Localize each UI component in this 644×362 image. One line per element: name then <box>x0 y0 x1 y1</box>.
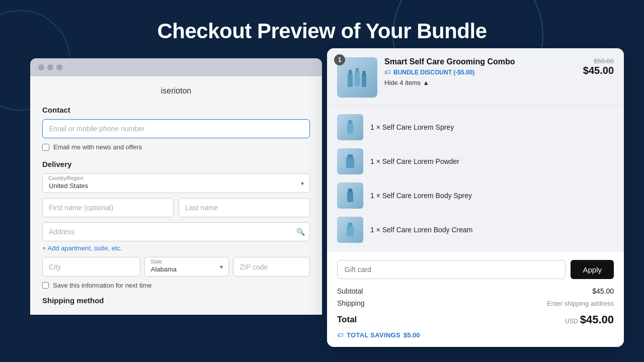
bundle-info: Smart Self Care Grooming Combo 🏷 BUNDLE … <box>384 57 576 86</box>
name-row <box>42 198 310 217</box>
gift-card-input[interactable] <box>337 260 566 279</box>
svg-rect-12 <box>347 225 354 236</box>
items-list: 1 × Self Care Lorem Sprey 1 × Self Care … <box>327 105 624 252</box>
city-state-zip-row: State Alabama ▾ <box>42 257 310 277</box>
svg-rect-9 <box>348 154 353 158</box>
savings-tag-icon: 🏷 <box>337 331 344 339</box>
state-wrapper: State Alabama ▾ <box>144 257 229 277</box>
browser-dot-yellow <box>47 64 53 70</box>
original-price: $50.00 <box>583 57 614 65</box>
save-info-checkbox[interactable] <box>42 282 49 289</box>
chevron-up-icon: ▲ <box>423 79 429 86</box>
store-name: iserioton <box>42 86 310 96</box>
table-row: 1 × Self Care Lorem Sprey <box>337 110 614 144</box>
bundle-header: 1 Smart Self Care Grooming Combo 🏷 BUNDL… <box>327 48 624 105</box>
content-area: iserioton Contact Email me with news and… <box>0 58 644 315</box>
bundle-discount-text: BUNDLE DISCOUNT (-$5.00) <box>393 69 474 76</box>
final-price: $45.00 <box>583 65 614 76</box>
address-search-icon: 🔍 <box>296 228 305 236</box>
save-info-row: Save this information for next time <box>42 282 310 289</box>
address-wrapper: 🔍 <box>42 222 310 241</box>
state-select[interactable]: Alabama <box>144 257 229 277</box>
subtotal-label: Subtotal <box>337 287 363 295</box>
city-input[interactable] <box>42 257 140 277</box>
svg-rect-10 <box>347 191 353 202</box>
bundle-price-col: $50.00 $45.00 <box>583 57 614 76</box>
newsletter-row: Email me with news and offers <box>42 143 310 151</box>
item-3-name: 1 × Self Care Lorem Body Sprey <box>370 192 472 200</box>
browser-dot-red <box>38 64 44 70</box>
total-currency: USD <box>565 318 578 325</box>
newsletter-checkbox[interactable] <box>42 144 49 151</box>
svg-rect-8 <box>346 157 354 168</box>
last-name-input[interactable] <box>179 198 310 217</box>
savings-label: TOTAL SAVINGS <box>347 331 400 339</box>
table-row: 1 × Self Care Loren Body Cream <box>337 213 614 247</box>
delivery-section-label: Delivery <box>42 160 310 168</box>
item-4-name: 1 × Self Care Loren Body Cream <box>370 226 473 234</box>
subtotal-row: Subtotal $45.00 <box>337 287 614 295</box>
item-2-image <box>337 148 363 174</box>
svg-rect-1 <box>349 70 352 74</box>
email-input[interactable] <box>42 119 310 138</box>
svg-rect-11 <box>348 189 352 192</box>
shipping-label: Shipping <box>337 299 365 307</box>
item-1-name: 1 × Self Care Lorem Sprey <box>370 123 454 131</box>
hide-items-label: Hide 4 items <box>384 79 421 86</box>
total-value-group: USD $45.00 <box>565 313 614 326</box>
svg-rect-5 <box>363 71 366 75</box>
first-name-input[interactable] <box>42 198 174 217</box>
bottom-panel: Apply Subtotal $45.00 Shipping Enter shi… <box>327 252 624 347</box>
item-1-icon <box>341 118 360 137</box>
country-wrapper: Country/Region United States ▾ <box>42 173 310 193</box>
hide-items-toggle[interactable]: Hide 4 items ▲ <box>384 79 429 86</box>
order-panel: 1 Smart Self Care Grooming Combo 🏷 BUNDL… <box>327 48 624 347</box>
svg-rect-3 <box>356 68 359 72</box>
total-amount: $45.00 <box>580 313 614 326</box>
svg-rect-6 <box>347 123 353 134</box>
country-label: Country/Region <box>48 175 83 181</box>
savings-amount: $5.00 <box>404 331 420 339</box>
contact-section-label: Contact <box>42 106 310 114</box>
item-3-image <box>337 183 363 209</box>
savings-row: 🏷 TOTAL SAVINGS $5.00 <box>337 331 614 339</box>
shipping-value: Enter shipping address <box>547 300 614 307</box>
browser-dot-green <box>56 64 62 70</box>
item-2-name: 1 × Self Care Lorem Powder <box>370 157 459 165</box>
shipping-method-label: Shipping method <box>42 296 310 305</box>
table-row: 1 × Self Care Lorem Powder <box>337 144 614 178</box>
table-row: 1 × Self Care Lorem Body Sprey <box>337 178 614 213</box>
apply-button[interactable]: Apply <box>571 260 614 279</box>
total-label: Total <box>337 315 357 325</box>
browser-bar <box>30 58 322 76</box>
svg-rect-2 <box>355 71 360 86</box>
item-1-image <box>337 114 363 140</box>
svg-rect-7 <box>348 120 352 124</box>
svg-rect-4 <box>362 74 366 87</box>
item-4-icon <box>341 220 360 239</box>
bundle-name: Smart Self Care Grooming Combo <box>384 57 576 66</box>
item-4-image <box>337 217 363 243</box>
bundle-discount-row: 🏷 BUNDLE DISCOUNT (-$5.00) <box>384 68 576 76</box>
address-input[interactable] <box>42 222 310 241</box>
svg-rect-13 <box>348 223 352 226</box>
shipping-row: Shipping Enter shipping address <box>337 299 614 307</box>
subtotal-value: $45.00 <box>592 287 614 295</box>
discount-tag-icon: 🏷 <box>384 68 391 76</box>
zip-input[interactable] <box>233 257 310 277</box>
browser-content: iserioton Contact Email me with news and… <box>30 76 322 315</box>
newsletter-label: Email me with news and offers <box>53 143 142 151</box>
bundle-top-row: 1 Smart Self Care Grooming Combo 🏷 BUNDL… <box>337 57 614 98</box>
bundle-image-wrapper: 1 <box>337 57 377 98</box>
browser-mockup: iserioton Contact Email me with news and… <box>30 58 322 315</box>
save-info-label: Save this information for next time <box>53 282 152 289</box>
bundle-badge: 1 <box>334 54 345 65</box>
add-apt-link[interactable]: + Add apartment, suite, etc. <box>42 244 122 252</box>
item-3-icon <box>341 186 360 205</box>
bundle-product-icon <box>343 63 372 92</box>
total-row: Total USD $45.00 <box>337 311 614 326</box>
item-2-icon <box>341 152 360 171</box>
svg-rect-0 <box>348 73 353 87</box>
gift-card-row: Apply <box>337 260 614 279</box>
